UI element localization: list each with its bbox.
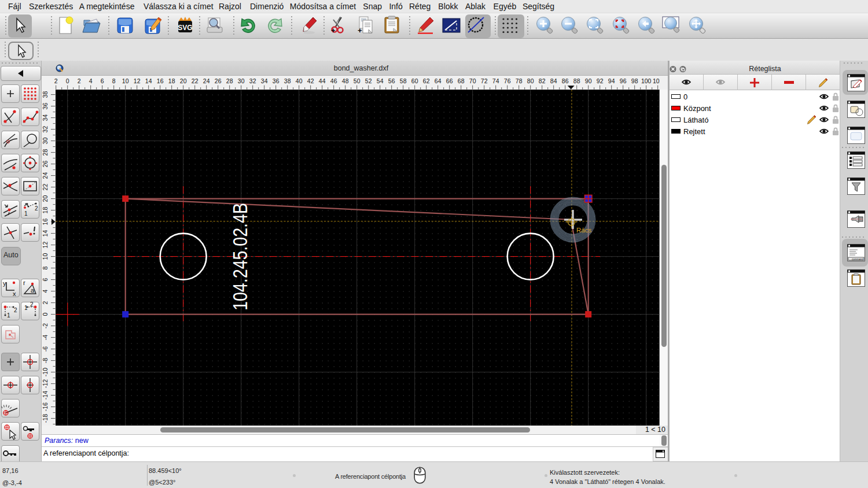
svg-text:76: 76 [504,77,511,84]
svg-text:26: 26 [42,161,49,168]
svg-text:98: 98 [631,77,638,84]
svg-text:102: 102 [653,77,660,84]
svg-text:-4: -4 [42,335,49,340]
svg-text:28: 28 [42,149,49,156]
svg-text:100: 100 [641,77,652,84]
svg-text:2: 2 [54,77,58,84]
svg-text:24: 24 [203,77,210,84]
svg-text:18: 18 [42,207,49,214]
svg-text:40: 40 [296,77,303,84]
svg-text:command: command [852,258,863,261]
svg-text:0: 0 [66,77,69,84]
svg-text:1: 1 [7,312,10,319]
svg-text:56: 56 [388,77,395,84]
svg-text:2: 2 [30,302,34,308]
svg-text:66: 66 [446,77,453,84]
svg-text:16: 16 [42,219,49,225]
svg-text:90: 90 [585,77,592,84]
svg-text:2: 2 [42,301,49,305]
svg-text:-14: -14 [42,391,49,400]
svg-text:2: 2 [78,77,81,84]
svg-text:72: 72 [481,77,488,84]
svg-text:68: 68 [458,77,465,84]
svg-text:12: 12 [134,77,141,84]
svg-text:70: 70 [469,77,476,84]
svg-text:58: 58 [400,77,407,84]
svg-text:10: 10 [42,253,49,260]
svg-text:46: 46 [330,77,337,84]
svg-text:r: r [23,279,25,286]
svg-text:34: 34 [42,114,49,121]
svg-text:36: 36 [42,103,49,110]
svg-text:1: 1 [24,210,28,217]
svg-text:10: 10 [122,77,129,84]
svg-text:y: y [3,280,6,287]
svg-text:42: 42 [307,77,314,84]
svg-text:4: 4 [89,77,93,84]
svg-text:86: 86 [562,77,569,84]
svg-text:-2: -2 [42,323,49,328]
svg-text:32: 32 [42,126,49,133]
svg-text:20: 20 [42,195,49,202]
svg-text:104.245.02.4B: 104.245.02.4B [228,203,252,310]
svg-text:52: 52 [365,77,372,84]
svg-text:18: 18 [168,77,175,84]
svg-text:30: 30 [238,77,245,84]
svg-text:1: 1 [24,305,28,311]
svg-text:2: 2 [35,205,38,212]
svg-text:50: 50 [354,77,361,84]
svg-text:82: 82 [539,77,546,84]
svg-text:4: 4 [42,290,49,293]
svg-text:60: 60 [411,77,418,84]
svg-text:28: 28 [226,77,233,84]
svg-text:62: 62 [423,77,430,84]
svg-text:-16: -16 [42,402,49,411]
svg-text:6: 6 [42,278,49,282]
svg-text:92: 92 [597,77,604,84]
svg-text:22: 22 [42,184,49,191]
svg-text:30: 30 [42,138,49,145]
svg-text:26: 26 [215,77,222,84]
svg-text:x: x [13,290,16,297]
svg-text:16: 16 [157,77,164,84]
svg-text:-10: -10 [42,368,49,376]
svg-text:-18: -18 [42,414,49,423]
svg-text:Rács: Rács [576,227,591,234]
svg-text:14: 14 [145,77,152,84]
svg-text:12: 12 [42,242,49,249]
svg-text:96: 96 [620,77,627,84]
svg-text:8: 8 [112,77,116,84]
svg-text:80: 80 [527,77,534,84]
svg-text:38: 38 [284,77,291,84]
svg-text:2: 2 [14,307,17,313]
svg-text:+: + [358,26,362,35]
svg-text:54: 54 [377,77,384,84]
svg-text:+: + [331,26,336,35]
svg-text:-6: -6 [42,346,49,352]
svg-text:36: 36 [273,77,279,84]
svg-text:78: 78 [516,77,523,84]
svg-text:20: 20 [180,77,187,84]
svg-text:94: 94 [608,77,615,84]
svg-text:14: 14 [42,230,49,237]
svg-text:74: 74 [492,77,499,84]
svg-text:34: 34 [261,77,268,84]
svg-text:-8: -8 [42,358,49,363]
svg-text:6: 6 [101,77,104,84]
svg-text:84: 84 [550,77,557,84]
svg-text:44: 44 [319,77,326,84]
svg-text:88: 88 [573,77,580,84]
svg-text:38: 38 [42,91,49,98]
svg-text:48: 48 [342,77,349,84]
svg-text:24: 24 [42,172,49,179]
svg-text:a: a [31,287,35,294]
svg-text:32: 32 [249,77,256,84]
svg-text:22: 22 [192,77,198,84]
svg-text:0: 0 [42,313,49,316]
svg-text:64: 64 [435,77,442,84]
svg-text:8: 8 [42,267,49,270]
svg-text:-12: -12 [42,379,49,388]
svg-text:SVG: SVG [178,24,192,32]
